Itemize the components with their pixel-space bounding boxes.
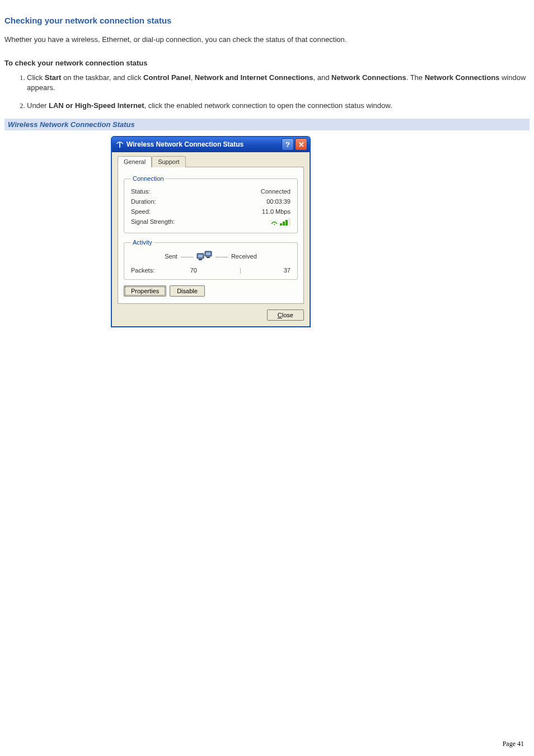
monitors-icon [196,250,212,262]
tab-bar: General Support [118,156,304,167]
svg-point-1 [274,224,275,225]
dialog-titlebar[interactable]: Wireless Network Connection Status ? ✕ [112,137,310,152]
activity-legend: Activity [131,239,154,246]
step-1-text: Click [27,73,45,82]
activity-received-label: Received [231,253,257,260]
signal-label: Signal Strength: [131,218,175,226]
svg-rect-3 [198,255,203,257]
speed-label: Speed: [131,208,151,215]
svg-rect-0 [119,142,120,148]
procedure-steps: Click Start on the taskbar, and click Co… [4,73,530,111]
svg-rect-6 [199,259,202,260]
svg-rect-5 [206,252,210,255]
step-2: Under LAN or High-Speed Internet, click … [27,101,530,111]
duration-value: 00:03:39 [266,198,291,205]
connection-group: Connection Status: Connected Duration: 0… [124,175,298,233]
activity-sent-label: Sent [165,253,177,260]
step-2-bold: LAN or High-Speed Internet [49,101,144,110]
close-button[interactable]: Close [267,309,304,321]
dash-icon: —— [216,253,228,260]
wireless-icon [115,140,124,149]
duration-label: Duration: [131,198,156,205]
step-1: Click Start on the taskbar, and click Co… [27,73,530,93]
tab-panel-general: Connection Status: Connected Duration: 0… [118,167,304,304]
step-1-bold-start: Start [45,73,62,82]
svg-rect-7 [207,257,210,258]
tab-support[interactable]: Support [152,156,186,167]
packets-received-value: 37 [284,267,291,274]
activity-divider: | [232,267,248,274]
dialog-title: Wireless Network Connection Status [127,140,280,148]
help-button[interactable]: ? [282,138,294,151]
packets-sent-value: 70 [190,267,197,274]
figure-caption: Wireless Network Connection Status [4,119,530,130]
disable-button[interactable]: Disable [170,285,205,297]
status-value: Connected [261,188,291,195]
packets-label: Packets: [131,267,154,274]
intro-paragraph: Whether you have a wireless, Ethernet, o… [4,34,530,45]
connection-status-dialog: Wireless Network Connection Status ? ✕ G… [111,136,311,327]
page-number: Page 41 [503,740,524,748]
close-icon[interactable]: ✕ [295,138,307,151]
properties-button[interactable]: Properties [124,285,166,297]
status-label: Status: [131,188,150,195]
page-heading: Checking your network connection status [4,16,530,25]
connection-legend: Connection [131,175,166,182]
activity-group: Activity Sent —— [124,239,298,280]
dash-icon: —— [181,253,193,260]
speed-value: 11.0 Mbps [262,208,291,215]
tab-general[interactable]: General [118,156,152,167]
signal-strength-icon [271,218,291,226]
procedure-subhead: To check your network connection status [4,59,530,67]
